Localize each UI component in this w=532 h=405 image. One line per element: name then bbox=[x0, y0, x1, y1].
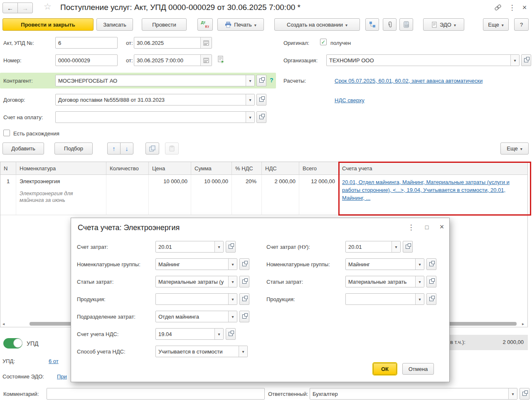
copy-row-button[interactable] bbox=[145, 142, 159, 155]
dialog-close-button[interactable] bbox=[437, 222, 447, 232]
move-up-button[interactable] bbox=[107, 142, 121, 155]
edo-state-link[interactable]: При bbox=[57, 373, 67, 380]
production-nu-field[interactable] bbox=[345, 293, 424, 305]
cost-item-nu-open-button[interactable] bbox=[426, 276, 436, 287]
chevron-down-icon[interactable] bbox=[228, 311, 237, 322]
close-window-button[interactable] bbox=[520, 2, 530, 12]
nomenclature-group-nu-open-button[interactable] bbox=[426, 258, 436, 270]
back-button[interactable] bbox=[2, 2, 18, 13]
production-field[interactable] bbox=[155, 293, 237, 305]
chevron-down-icon[interactable] bbox=[510, 55, 519, 66]
fill-document-button[interactable] bbox=[217, 56, 225, 65]
accounts-link[interactable]: 20.01, Отдел майнинга, Майнинг, Материал… bbox=[342, 179, 510, 201]
col-header-price[interactable]: Цена bbox=[149, 162, 191, 175]
number-field[interactable]: 0000-000029 bbox=[55, 54, 118, 66]
pick-button[interactable]: Подбор bbox=[54, 142, 93, 155]
chevron-down-icon[interactable] bbox=[246, 94, 254, 105]
scroll-left-icon[interactable]: ◂ bbox=[2, 322, 5, 326]
move-down-button[interactable] bbox=[120, 142, 133, 155]
edo-button[interactable]: ЭДО bbox=[423, 18, 464, 31]
dtkt-button[interactable]: ДтКт bbox=[197, 18, 213, 31]
cancel-button[interactable]: Отмена bbox=[402, 363, 434, 375]
paste-row-button[interactable] bbox=[165, 142, 179, 155]
chevron-down-icon[interactable] bbox=[228, 276, 237, 287]
dialog-menu-button[interactable] bbox=[406, 222, 416, 232]
contractor-help-link[interactable]: ? bbox=[270, 77, 273, 83]
chevron-down-icon[interactable] bbox=[239, 346, 247, 357]
forward-button[interactable] bbox=[17, 2, 33, 13]
contractor-field[interactable]: МОСЭНЕРГОСБЫТ АО bbox=[55, 75, 255, 86]
help-button[interactable]: ? bbox=[514, 18, 529, 31]
favorite-star-icon[interactable] bbox=[44, 2, 52, 12]
col-header-nomenclature[interactable]: Номенклатура bbox=[16, 162, 106, 175]
chevron-down-icon[interactable] bbox=[415, 294, 424, 304]
number-date-field[interactable]: 30.06.2025 7:00:00 bbox=[134, 54, 212, 66]
chevron-down-icon[interactable] bbox=[508, 388, 517, 399]
vat-method-field[interactable]: Учитывается в стоимости bbox=[155, 346, 248, 357]
chevron-down-icon[interactable] bbox=[415, 259, 424, 270]
col-header-n[interactable]: N bbox=[0, 162, 16, 175]
print-button[interactable]: Печать bbox=[217, 18, 264, 31]
document-structure-button[interactable] bbox=[365, 18, 379, 31]
cost-account-field[interactable]: 20.01 bbox=[155, 241, 224, 253]
settlements-link[interactable]: Срок 05.07.2025, 60.01, 60.02, зачет ава… bbox=[335, 78, 483, 84]
upd-toggle[interactable] bbox=[3, 338, 22, 349]
act-date-field[interactable]: 30.06.2025 bbox=[134, 37, 212, 49]
contractor-open-button[interactable] bbox=[256, 75, 266, 86]
vat-account-field[interactable]: 19.04 bbox=[155, 328, 224, 340]
chevron-down-icon[interactable] bbox=[228, 294, 237, 304]
act-number-field[interactable]: 6 bbox=[55, 37, 118, 49]
invoice-field[interactable] bbox=[55, 111, 255, 123]
cost-account-nu-field[interactable]: 20.01 bbox=[345, 241, 401, 253]
chevron-down-icon[interactable] bbox=[214, 241, 223, 252]
more-button[interactable]: Еще bbox=[483, 18, 509, 31]
get-link-button[interactable] bbox=[493, 2, 503, 12]
organization-open-button[interactable] bbox=[521, 54, 531, 66]
original-checkbox[interactable] bbox=[320, 39, 327, 45]
col-header-sum[interactable]: Сумма bbox=[191, 162, 232, 175]
nomenclature-group-open-button[interactable] bbox=[239, 258, 249, 270]
chevron-down-icon[interactable] bbox=[415, 276, 424, 287]
cost-account-open-button[interactable] bbox=[226, 241, 236, 253]
cost-department-open-button[interactable] bbox=[239, 311, 249, 322]
invoice-open-button[interactable] bbox=[256, 111, 266, 123]
cost-department-field[interactable]: Отдел майнинга bbox=[155, 311, 237, 322]
post-button[interactable]: Провести bbox=[142, 18, 187, 31]
col-header-qty[interactable]: Количество bbox=[106, 162, 149, 175]
col-header-vat-rate[interactable]: % НДС bbox=[232, 162, 262, 175]
add-row-button[interactable]: Добавить bbox=[2, 142, 44, 155]
create-based-on-button[interactable]: Создать на основании bbox=[274, 18, 360, 31]
calendar-icon[interactable] bbox=[200, 55, 212, 66]
calculator-button[interactable] bbox=[399, 18, 413, 31]
production-nu-open-button[interactable] bbox=[426, 293, 436, 305]
production-open-button[interactable] bbox=[239, 293, 249, 305]
vat-account-open-button[interactable] bbox=[226, 328, 236, 340]
nomenclature-group-field[interactable]: Майнинг bbox=[155, 258, 237, 270]
comment-field[interactable] bbox=[47, 388, 265, 400]
save-button[interactable]: Записать bbox=[96, 18, 133, 31]
discrepancy-checkbox[interactable] bbox=[3, 130, 10, 136]
vat-mode-link[interactable]: НДС сверху bbox=[335, 97, 365, 103]
chevron-down-icon[interactable] bbox=[214, 329, 223, 339]
table-more-button[interactable]: Еще bbox=[500, 142, 529, 155]
calendar-icon[interactable] bbox=[200, 37, 212, 48]
post-and-close-button[interactable]: Провести и закрыть bbox=[2, 18, 94, 31]
attachments-button[interactable] bbox=[383, 18, 397, 31]
chevron-down-icon[interactable] bbox=[246, 112, 254, 123]
window-menu-button[interactable] bbox=[507, 2, 517, 12]
chevron-down-icon[interactable] bbox=[246, 75, 254, 86]
chevron-down-icon[interactable] bbox=[392, 241, 400, 252]
cost-item-open-button[interactable] bbox=[239, 276, 249, 287]
cost-item-nu-field[interactable]: Материальные затрать bbox=[345, 276, 424, 287]
chevron-down-icon[interactable] bbox=[228, 259, 237, 270]
nomenclature-group-nu-field[interactable]: Майнинг bbox=[345, 258, 424, 270]
ok-button[interactable]: ОК bbox=[373, 363, 397, 375]
responsible-field[interactable]: Бухгалтер bbox=[310, 388, 517, 400]
responsible-open-button[interactable] bbox=[520, 388, 530, 400]
col-header-vat[interactable]: НДС bbox=[262, 162, 299, 175]
col-header-total[interactable]: Всего bbox=[299, 162, 339, 175]
col-header-accounts[interactable]: Счета учета bbox=[339, 162, 527, 175]
cost-account-nu-open-button[interactable] bbox=[403, 241, 413, 253]
contract-open-button[interactable] bbox=[256, 94, 266, 106]
dialog-maximize-button[interactable] bbox=[422, 222, 432, 232]
